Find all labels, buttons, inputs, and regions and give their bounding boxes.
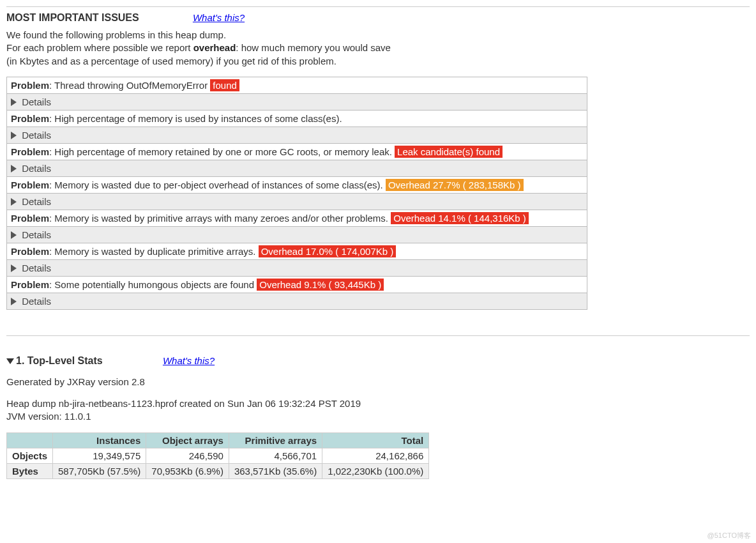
problem-row: Problem: Memory is wasted due to per-obj… xyxy=(7,176,587,193)
problem-text: : Memory is wasted due to per-object ove… xyxy=(49,180,386,190)
stats-cell: 1,022,230Kb (100.0%) xyxy=(322,463,429,478)
problem-label: Problem xyxy=(11,279,49,290)
stats-row-label: Bytes xyxy=(7,463,53,478)
stats-cell: 363,571Kb (35.6%) xyxy=(229,463,322,478)
details-row[interactable]: Details xyxy=(7,259,587,276)
problem-text: : High percentage of memory is used by i… xyxy=(49,113,342,124)
generated-info: Generated by JXRay version 2.8 xyxy=(6,376,750,388)
intro-text: We found the following problems in this … xyxy=(6,29,750,68)
expand-icon xyxy=(11,198,17,206)
problem-row: Problem: Memory is wasted by primitive a… xyxy=(7,210,587,226)
stats-header-cell: Total xyxy=(322,432,429,448)
stats-cell: 19,349,575 xyxy=(53,448,146,463)
details-label: Details xyxy=(19,229,51,240)
expand-icon xyxy=(11,132,17,139)
intro-line1: We found the following problems in this … xyxy=(6,29,226,40)
details-row[interactable]: Details xyxy=(7,126,587,143)
section-title: MOST IMPORTANT ISSUES xyxy=(6,12,139,24)
expand-icon xyxy=(11,165,17,172)
details-label: Details xyxy=(19,130,51,141)
intro-line3: (in Kbytes and as a percentage of used m… xyxy=(6,56,336,66)
details-row[interactable]: Details xyxy=(7,160,587,176)
overhead-badge: Overhead 17.0% ( 174,007Kb ) xyxy=(259,245,397,257)
expand-icon xyxy=(11,98,17,106)
stats-cell: 70,953Kb (6.9%) xyxy=(146,463,229,478)
overhead-badge: Overhead 27.7% ( 283,158Kb ) xyxy=(386,179,524,191)
stats-table: InstancesObject arraysPrimitive arraysTo… xyxy=(6,432,429,479)
problem-label: Problem xyxy=(11,213,49,224)
dump-file-line: Heap dump nb-jira-netbeans-1123.hprof cr… xyxy=(6,398,361,409)
stats-cell: 246,590 xyxy=(146,448,229,463)
intro-line2c: : how much memory you would save xyxy=(236,42,391,53)
collapse-icon xyxy=(6,358,14,364)
problem-row: Problem: Memory is wasted by duplicate p… xyxy=(7,243,587,259)
stats-title-text: 1. Top-Level Stats xyxy=(16,355,103,366)
details-row[interactable]: Details xyxy=(7,93,587,110)
problem-label: Problem xyxy=(11,113,49,124)
problem-row: Problem: High percentage of memory is us… xyxy=(7,110,587,126)
intro-overhead-word: overhead xyxy=(193,42,236,53)
stats-cell: 4,566,701 xyxy=(229,448,322,463)
stats-section-title[interactable]: 1. Top-Level Stats xyxy=(6,355,103,367)
details-label: Details xyxy=(19,296,51,307)
expand-icon xyxy=(11,231,17,239)
whats-this-link[interactable]: What's this? xyxy=(193,12,245,23)
problem-label: Problem xyxy=(11,146,49,157)
stats-cell: 24,162,866 xyxy=(322,448,429,463)
stats-header-cell: Primitive arrays xyxy=(229,432,322,448)
stats-cell: 587,705Kb (57.5%) xyxy=(53,463,146,478)
expand-icon xyxy=(11,264,17,272)
jvm-line: JVM version: 11.0.1 xyxy=(6,411,91,422)
problems-table: Problem: Thread throwing OutOfMemoryErro… xyxy=(6,77,587,310)
overhead-badge: Leak candidate(s) found xyxy=(395,146,503,158)
expand-icon xyxy=(11,298,17,305)
whats-this-link-2[interactable]: What's this? xyxy=(163,355,215,366)
stats-header-cell xyxy=(7,432,53,448)
problem-row: Problem: Thread throwing OutOfMemoryErro… xyxy=(7,77,587,93)
dump-info: Heap dump nb-jira-netbeans-1123.hprof cr… xyxy=(6,397,750,424)
problem-row: Problem: Some potentially humongous obje… xyxy=(7,276,587,293)
stats-row: Objects19,349,575246,5904,566,70124,162,… xyxy=(7,448,429,463)
intro-line2a: For each problem where possible we repor… xyxy=(6,42,193,53)
details-label: Details xyxy=(19,96,51,107)
overhead-badge: Overhead 14.1% ( 144,316Kb ) xyxy=(391,212,529,224)
details-label: Details xyxy=(19,163,51,174)
stats-row-label: Objects xyxy=(7,448,53,463)
problem-text: : Memory is wasted by primitive arrays w… xyxy=(49,213,391,224)
problem-label: Problem xyxy=(11,246,49,257)
problem-label: Problem xyxy=(11,180,49,190)
problem-text: : Thread throwing OutOfMemoryError xyxy=(49,80,210,91)
stats-header-cell: Object arrays xyxy=(146,432,229,448)
problem-text: : Memory is wasted by duplicate primitiv… xyxy=(49,246,259,257)
stats-header-cell: Instances xyxy=(53,432,146,448)
problem-label: Problem xyxy=(11,80,49,91)
details-label: Details xyxy=(19,196,51,207)
details-row[interactable]: Details xyxy=(7,193,587,210)
overhead-badge: found xyxy=(210,79,239,91)
details-label: Details xyxy=(19,263,51,273)
details-row[interactable]: Details xyxy=(7,226,587,243)
overhead-badge: Overhead 9.1% ( 93,445Kb ) xyxy=(257,279,384,291)
stats-row: Bytes587,705Kb (57.5%)70,953Kb (6.9%)363… xyxy=(7,463,429,478)
details-row[interactable]: Details xyxy=(7,293,587,309)
problem-row: Problem: High percentage of memory retai… xyxy=(7,143,587,160)
problem-text: : High percentage of memory retained by … xyxy=(49,146,395,157)
problem-text: : Some potentially humongous objects are… xyxy=(49,279,257,290)
